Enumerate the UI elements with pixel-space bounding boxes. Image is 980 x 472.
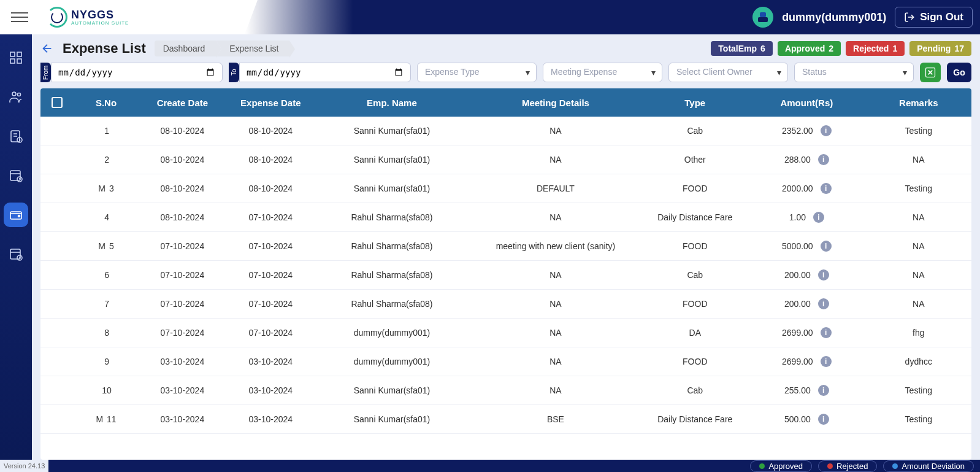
svg-rect-18 bbox=[10, 249, 20, 259]
logo-subtext: AUTOMATION SUITE bbox=[71, 20, 129, 26]
svg-rect-4 bbox=[17, 52, 21, 56]
cell-emp-name: dummy(dummy001) bbox=[315, 347, 469, 376]
to-date-input[interactable] bbox=[239, 63, 411, 82]
document-clock-icon bbox=[9, 129, 23, 144]
table-row[interactable]: 10 03-10-2024 03-10-2024 Sanni Kumar(sfa… bbox=[40, 376, 971, 405]
cell-sno: 1 bbox=[74, 117, 138, 145]
info-icon[interactable]: i bbox=[818, 414, 829, 425]
sno-prefix: M bbox=[96, 414, 105, 424]
users-icon bbox=[9, 90, 23, 104]
expense-table-wrap[interactable]: S.No Create Date Expense Date Emp. Name … bbox=[40, 88, 971, 460]
pill-rejected[interactable]: Rejected 1 bbox=[846, 41, 905, 56]
table-row[interactable]: 7 07-10-2024 07-10-2024 Rahul Sharma(sfa… bbox=[40, 290, 971, 319]
cell-expense-date: 07-10-2024 bbox=[226, 319, 315, 347]
info-icon[interactable]: i bbox=[813, 212, 824, 223]
legend-amount-deviation: Amount Deviation bbox=[883, 460, 974, 472]
cell-type: FOOD bbox=[642, 232, 748, 261]
pill-total-emp[interactable]: TotalEmp 6 bbox=[711, 41, 773, 56]
info-icon[interactable]: i bbox=[818, 154, 829, 165]
info-icon[interactable]: i bbox=[818, 298, 829, 309]
sidebar-item-reports[interactable] bbox=[4, 124, 28, 149]
breadcrumb: Dashboard Expense List bbox=[155, 41, 290, 56]
th-sno: S.No bbox=[74, 88, 138, 117]
cell-remarks: NA bbox=[866, 145, 971, 174]
info-icon[interactable]: i bbox=[821, 125, 832, 136]
sign-out-label: Sign Out bbox=[920, 11, 963, 23]
sno-prefix: M bbox=[98, 184, 108, 193]
cell-create-date: 07-10-2024 bbox=[139, 319, 226, 347]
cell-emp-name: Rahul Sharma(sfa08) bbox=[315, 290, 469, 319]
cell-checkbox bbox=[40, 145, 74, 174]
crumb-dashboard[interactable]: Dashboard bbox=[155, 41, 216, 56]
cell-expense-date: 07-10-2024 bbox=[226, 290, 315, 319]
info-icon[interactable]: i bbox=[818, 385, 829, 396]
table-row[interactable]: M 3 08-10-2024 08-10-2024 Sanni Kumar(sf… bbox=[40, 174, 971, 203]
cell-amount: 500.00 i bbox=[748, 405, 866, 434]
svg-rect-0 bbox=[758, 17, 768, 22]
from-date-input[interactable] bbox=[51, 63, 223, 82]
sidebar-item-attendance[interactable] bbox=[4, 242, 28, 266]
crumb-expense-list[interactable]: Expense List bbox=[216, 41, 289, 56]
table-row[interactable]: M 11 03-10-2024 03-10-2024 Sanni Kumar(s… bbox=[40, 405, 971, 434]
legend-rejected-label: Rejected bbox=[836, 462, 868, 471]
info-icon[interactable]: i bbox=[818, 269, 829, 280]
info-icon[interactable]: i bbox=[821, 356, 832, 367]
menu-toggle-button[interactable] bbox=[11, 9, 28, 26]
cell-checkbox bbox=[40, 261, 74, 290]
cell-type: Cab bbox=[642, 261, 748, 290]
cell-emp-name: Sanni Kumar(sfa01) bbox=[315, 174, 469, 203]
dot-red-icon bbox=[827, 463, 833, 469]
th-create: Create Date bbox=[139, 88, 226, 117]
table-row[interactable]: 6 07-10-2024 07-10-2024 Rahul Sharma(sfa… bbox=[40, 261, 971, 290]
cell-amount: 2699.00 i bbox=[748, 319, 866, 347]
cell-create-date: 07-10-2024 bbox=[139, 261, 226, 290]
table-row[interactable]: M 5 07-10-2024 07-10-2024 Rahul Sharma(s… bbox=[40, 232, 971, 261]
client-owner-select[interactable]: Select Client Owner bbox=[668, 63, 788, 82]
cell-amount: 2699.00 i bbox=[748, 347, 866, 376]
back-arrow-icon[interactable] bbox=[40, 42, 54, 55]
sidebar-item-dashboard[interactable] bbox=[4, 45, 28, 70]
info-icon[interactable]: i bbox=[821, 183, 832, 194]
pill-approved[interactable]: Approved 2 bbox=[778, 41, 841, 56]
cell-expense-date: 03-10-2024 bbox=[226, 405, 315, 434]
select-all-checkbox[interactable] bbox=[52, 97, 63, 108]
pill-total-value: 6 bbox=[760, 44, 765, 53]
table-row[interactable]: 2 08-10-2024 08-10-2024 Sanni Kumar(sfa0… bbox=[40, 145, 971, 174]
export-excel-button[interactable] bbox=[920, 63, 941, 82]
sidebar-item-schedule[interactable] bbox=[4, 163, 28, 188]
th-meeting: Meeting Details bbox=[469, 88, 642, 117]
sidebar-item-expense[interactable] bbox=[4, 203, 28, 227]
cell-emp-name: Rahul Sharma(sfa08) bbox=[315, 261, 469, 290]
cell-sno: 4 bbox=[74, 203, 138, 232]
info-icon[interactable]: i bbox=[821, 327, 832, 338]
status-select[interactable]: Status bbox=[794, 63, 914, 82]
cell-remarks: Testing bbox=[866, 174, 971, 203]
meeting-expense-select[interactable]: Meeting Expense bbox=[543, 63, 662, 82]
info-icon[interactable]: i bbox=[821, 241, 832, 252]
table-row[interactable]: 9 03-10-2024 03-10-2024 dummy(dummy001) … bbox=[40, 347, 971, 376]
sign-out-button[interactable]: Sign Out bbox=[895, 7, 973, 28]
cell-expense-date: 08-10-2024 bbox=[226, 174, 315, 203]
to-date-label: To bbox=[229, 63, 239, 82]
cell-create-date: 07-10-2024 bbox=[139, 290, 226, 319]
pill-pending-label: Pending bbox=[917, 44, 951, 53]
cell-type: FOOD bbox=[642, 290, 748, 319]
amount-value: 255.00 bbox=[784, 385, 811, 395]
cell-amount: 200.00 i bbox=[748, 261, 866, 290]
avatar[interactable] bbox=[752, 7, 773, 28]
cell-checkbox bbox=[40, 232, 74, 261]
sidebar-item-team[interactable] bbox=[4, 85, 28, 109]
expense-type-select[interactable]: Expense Type bbox=[417, 63, 537, 82]
cell-expense-date: 08-10-2024 bbox=[226, 145, 315, 174]
amount-value: 200.00 bbox=[784, 299, 811, 309]
pill-pending[interactable]: Pending 17 bbox=[909, 41, 971, 56]
cell-type: Daily Distance Fare bbox=[642, 203, 748, 232]
go-button[interactable]: Go bbox=[947, 63, 971, 82]
expense-table: S.No Create Date Expense Date Emp. Name … bbox=[40, 88, 971, 434]
table-row[interactable]: 1 08-10-2024 08-10-2024 Sanni Kumar(sfa0… bbox=[40, 117, 971, 145]
table-row[interactable]: 4 08-10-2024 07-10-2024 Rahul Sharma(sfa… bbox=[40, 203, 971, 232]
cell-meeting: NA bbox=[469, 290, 642, 319]
table-row[interactable]: 8 07-10-2024 07-10-2024 dummy(dummy001) … bbox=[40, 319, 971, 347]
pill-total-label: TotalEmp bbox=[718, 44, 757, 53]
cell-create-date: 03-10-2024 bbox=[139, 347, 226, 376]
